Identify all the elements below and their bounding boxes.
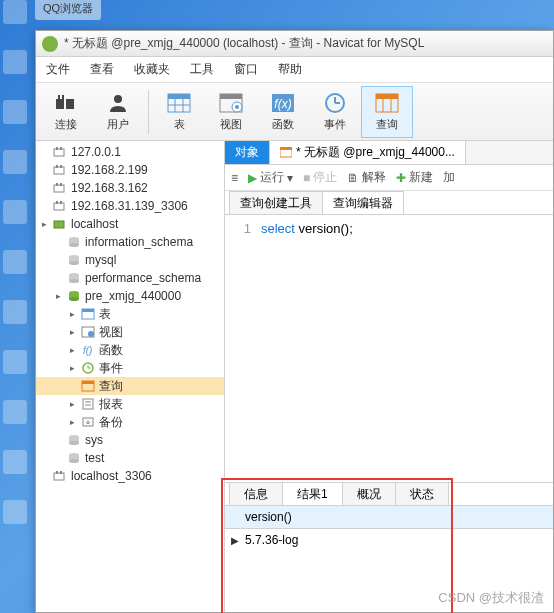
query-button[interactable]: 查询: [361, 86, 413, 138]
tree-item[interactable]: sys: [36, 431, 224, 449]
db-icon: [66, 433, 82, 447]
desktop-icon[interactable]: [2, 0, 28, 42]
tree-item[interactable]: ▸视图: [36, 323, 224, 341]
svg-rect-28: [60, 165, 62, 168]
view-button[interactable]: 视图: [205, 86, 257, 138]
new-button[interactable]: ✚新建: [396, 169, 433, 186]
event-button[interactable]: 事件: [309, 86, 361, 138]
tree-toggle-icon[interactable]: ▸: [70, 363, 80, 373]
connect-label: 连接: [55, 117, 77, 132]
tree-label: 函数: [99, 342, 123, 359]
tree-item[interactable]: 192.168.3.162: [36, 179, 224, 197]
desktop-icon[interactable]: [2, 50, 28, 92]
result-tab-info[interactable]: 信息: [229, 483, 283, 505]
svg-rect-72: [280, 147, 292, 150]
tree-toggle-icon[interactable]: ▸: [70, 327, 80, 337]
tree-item[interactable]: test: [36, 449, 224, 467]
grid-column-header[interactable]: version(): [225, 506, 553, 529]
row-indicator-icon: ▶: [231, 535, 239, 546]
query-icon: [80, 379, 96, 393]
result-tab-status[interactable]: 状态: [395, 483, 449, 505]
desktop-icon[interactable]: [2, 500, 28, 542]
db-icon: [66, 253, 82, 267]
db-open-icon: [66, 289, 82, 303]
svg-point-64: [69, 441, 79, 445]
tab-builder[interactable]: 查询创建工具: [229, 191, 323, 214]
titlebar[interactable]: * 无标题 @pre_xmjg_440000 (localhost) - 查询 …: [36, 31, 553, 57]
menu-icon[interactable]: ≡: [231, 171, 238, 185]
menu-view[interactable]: 查看: [90, 61, 114, 78]
desktop-icon[interactable]: [2, 350, 28, 392]
menu-window[interactable]: 窗口: [234, 61, 258, 78]
svg-rect-0: [56, 99, 64, 109]
result-tab-result1[interactable]: 结果1: [282, 483, 343, 505]
explain-button[interactable]: 🗎解释: [347, 169, 386, 186]
tree-toggle-icon[interactable]: ▸: [70, 309, 80, 319]
result-tabs: 信息 结果1 概况 状态: [225, 482, 553, 506]
svg-rect-58: [83, 399, 93, 409]
menu-help[interactable]: 帮助: [278, 61, 302, 78]
tree-item[interactable]: mysql: [36, 251, 224, 269]
desktop-icon[interactable]: [2, 300, 28, 342]
tree-toggle-icon[interactable]: ▸: [56, 291, 66, 301]
desktop-icon[interactable]: [2, 200, 28, 242]
svg-rect-25: [60, 147, 62, 150]
svg-point-13: [235, 105, 239, 109]
tree-item[interactable]: 查询: [36, 377, 224, 395]
load-button[interactable]: 加: [443, 169, 455, 186]
tree-item[interactable]: localhost_3306: [36, 467, 224, 485]
menu-file[interactable]: 文件: [46, 61, 70, 78]
desktop-icon[interactable]: [2, 150, 28, 192]
tree-label: 表: [99, 306, 111, 323]
tree-item[interactable]: ▸报表: [36, 395, 224, 413]
stop-button[interactable]: ■停止: [303, 169, 337, 186]
svg-rect-2: [58, 95, 60, 99]
tree-item[interactable]: 192.168.31.139_3306: [36, 197, 224, 215]
desktop-icon[interactable]: [2, 250, 28, 292]
svg-point-41: [69, 261, 79, 265]
tree-toggle-icon[interactable]: ▸: [42, 219, 52, 229]
svg-rect-20: [376, 94, 398, 99]
run-button[interactable]: ▶运行 ▾: [248, 169, 293, 186]
tree-item[interactable]: ▸备份: [36, 413, 224, 431]
tree-label: 192.168.2.199: [71, 163, 148, 177]
plug-icon: [52, 91, 80, 115]
tree-item[interactable]: ▸f()函数: [36, 341, 224, 359]
tree-toggle-icon[interactable]: ▸: [70, 417, 80, 427]
tab-query[interactable]: * 无标题 @pre_xmjg_44000...: [270, 141, 466, 164]
tab-editor[interactable]: 查询编辑器: [322, 191, 404, 214]
desktop-icon[interactable]: [2, 400, 28, 442]
table-button[interactable]: 表: [153, 86, 205, 138]
tree-item[interactable]: 127.0.0.1: [36, 143, 224, 161]
tree-toggle-icon[interactable]: ▸: [70, 345, 80, 355]
desktop-icon[interactable]: [2, 450, 28, 492]
connect-button[interactable]: 连接: [40, 86, 92, 138]
tree-item[interactable]: ▸pre_xmjg_440000: [36, 287, 224, 305]
tree-item[interactable]: 192.168.2.199: [36, 161, 224, 179]
tree-label: sys: [85, 433, 103, 447]
grid-row[interactable]: ▶ 5.7.36-log: [225, 529, 553, 551]
menu-favorites[interactable]: 收藏夹: [134, 61, 170, 78]
connection-tree[interactable]: 127.0.0.1192.168.2.199192.168.3.162192.1…: [36, 141, 225, 612]
tree-item[interactable]: ▸localhost: [36, 215, 224, 233]
tree-item[interactable]: ▸事件: [36, 359, 224, 377]
tree-item[interactable]: ▸表: [36, 305, 224, 323]
svg-rect-27: [56, 165, 58, 168]
tree-item[interactable]: information_schema: [36, 233, 224, 251]
tree-toggle-icon[interactable]: ▸: [70, 399, 80, 409]
result-tab-profile[interactable]: 概况: [342, 483, 396, 505]
conn-icon: [52, 163, 68, 177]
menu-tools[interactable]: 工具: [190, 61, 214, 78]
function-button[interactable]: f(x) 函数: [257, 86, 309, 138]
tree-item[interactable]: performance_schema: [36, 269, 224, 287]
table-icon: [80, 307, 96, 321]
svg-rect-24: [56, 147, 58, 150]
user-button[interactable]: 用户: [92, 86, 144, 138]
desktop-icon[interactable]: [2, 100, 28, 142]
result-grid[interactable]: version() ▶ 5.7.36-log: [225, 506, 553, 551]
tab-object[interactable]: 对象: [225, 141, 270, 164]
user-label: 用户: [107, 117, 129, 132]
toolbar: 连接 用户 表 视图 f(x) 函数 事件 查询: [36, 83, 553, 141]
svg-point-4: [114, 95, 122, 103]
svg-rect-6: [168, 94, 190, 99]
